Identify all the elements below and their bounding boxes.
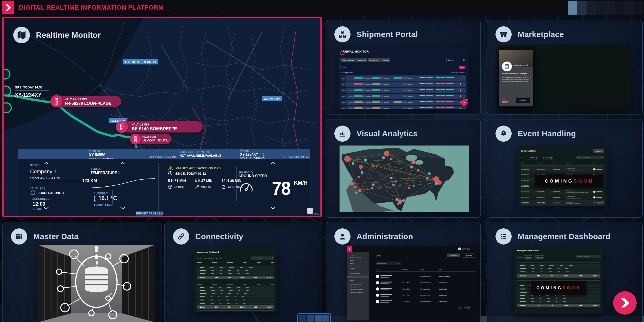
next-page-icon: › bbox=[601, 201, 604, 204]
tile-event-handling[interactable]: Event Handling Event Handling Add Event … bbox=[487, 119, 643, 218]
warning-icon bbox=[460, 95, 462, 97]
scheduled-time: 12:00 bbox=[32, 201, 45, 207]
telematic-status: TELEMATIC ONLINE bbox=[283, 155, 310, 159]
tile-title: Connectivity bbox=[195, 232, 243, 241]
chevron-down-icon[interactable] bbox=[271, 207, 275, 209]
dock[interactable] bbox=[297, 313, 331, 322]
arrow-right-icon: → bbox=[474, 248, 476, 250]
kebab-icon: ⋮ bbox=[469, 301, 474, 303]
date-filter-row: Date from 01.01.2021 to 31.12.2021 bbox=[196, 257, 223, 260]
shipment-row: ⋮ bbox=[340, 81, 466, 87]
sensor-name: TEMPERATURE 1 bbox=[90, 171, 120, 175]
kebab-icon: ⋮ bbox=[469, 294, 474, 297]
shipment-tab: Finished bbox=[380, 58, 390, 62]
admin-row: - Has site access Resend invitation ⋮ bbox=[376, 273, 475, 280]
avatar bbox=[458, 248, 461, 250]
kebab-icon: ⋮ bbox=[463, 83, 465, 85]
task-row: LOAD: LADUNG 1 bbox=[30, 190, 66, 195]
shipment-search: Search bbox=[446, 58, 466, 62]
arrow-logo-icon bbox=[4, 3, 12, 12]
dock-segment bbox=[314, 315, 322, 322]
tile-master-data[interactable]: Master Data bbox=[2, 222, 162, 322]
card-name: Customer Portal bbox=[513, 64, 528, 66]
admin-row: 20.12.2021 Has site access View Details … bbox=[376, 280, 475, 286]
network-map bbox=[340, 145, 469, 212]
temperature-chart bbox=[91, 176, 156, 190]
map-attribution: © Map bbox=[311, 213, 319, 215]
traffic-light-icon bbox=[116, 121, 128, 133]
vehicle-cluster-markers bbox=[4, 69, 11, 113]
tile-marketplace[interactable]: Marketplace Shipment Calculator Predicti… bbox=[487, 20, 643, 114]
prev-page-icon: ‹ bbox=[459, 307, 462, 309]
chevron-down-icon[interactable] bbox=[120, 207, 125, 209]
shipment-tab: Upcoming bbox=[356, 58, 368, 62]
kebab-icon: ⋮ bbox=[605, 191, 607, 193]
gps-stats: 5 H 51 MIN DRIVE 6 H 47 MIN WORK 12 H 38… bbox=[168, 179, 243, 189]
avatar bbox=[376, 288, 379, 291]
card-tagline: Predictive analytics in transport bbox=[502, 73, 528, 75]
temperature-trend-line bbox=[92, 179, 154, 188]
company-search: Search for Companies bbox=[576, 255, 601, 258]
date-filter-row: Date from 01.01.2021 to 31.12.2021 bbox=[521, 156, 553, 159]
task-circle-icon bbox=[30, 190, 35, 195]
info-icon[interactable]: i bbox=[262, 153, 265, 157]
sidebar-item: Products bbox=[350, 268, 369, 269]
admin-sidebar: Personal Profile and VisibilityE-MailSaf… bbox=[347, 252, 369, 321]
gps-time: GPS: TODAY 14:50 bbox=[15, 85, 46, 89]
carrier-avatar bbox=[593, 168, 596, 170]
brand-fab[interactable] bbox=[613, 291, 636, 315]
kebab-icon: ⋮ bbox=[605, 202, 607, 204]
sidebar-item: E-Mail bbox=[350, 260, 369, 261]
kebab-icon: ⋮ bbox=[605, 174, 607, 176]
thermometer-icon bbox=[93, 195, 96, 202]
tile-administration[interactable]: Administration John Doe → Personal Profi… bbox=[326, 222, 481, 322]
arrival-monitor-title: ARRIVAL MONITOR bbox=[340, 50, 369, 53]
shipment-count: 51 Shipments bbox=[340, 71, 353, 74]
checklist-icon bbox=[495, 228, 512, 245]
sidebar-item-active: User bbox=[347, 276, 369, 278]
dock-segment bbox=[322, 315, 329, 322]
halt-marker[interactable]: HALT: 18 MIN BE-5140 SOMBREFFE bbox=[116, 121, 202, 132]
tile-visual-analytics[interactable]: Visual Analytics bbox=[326, 119, 481, 218]
country-label-netherlands: THE NETHERLANDS bbox=[123, 59, 158, 64]
boxes-icon bbox=[334, 25, 351, 43]
ground-speed-label: GROUND SPEED bbox=[238, 174, 267, 178]
sidebar-item: Profile and Visibility bbox=[350, 257, 369, 259]
app-title: Management Dashboard bbox=[196, 251, 219, 253]
tile-shipment-portal[interactable]: Shipment Portal ARRIVAL MONITOR Action r… bbox=[326, 20, 481, 114]
warning-icon bbox=[460, 107, 462, 109]
traffic-light-icon bbox=[50, 95, 62, 107]
admin-rows: - Has site access Resend invitation ⋮ 20… bbox=[376, 273, 475, 305]
header-squares bbox=[568, 1, 643, 14]
chevron-up-icon[interactable] bbox=[271, 162, 275, 164]
event-screenshot: Event Handling Add Event Date from 01.01… bbox=[517, 146, 607, 206]
realtime-info-panel: STOP 1 Company 1 Street 45, 1234 City 12… bbox=[18, 159, 310, 216]
speed-readout: 78 KM/H bbox=[272, 177, 308, 199]
kebab-icon: ⋮ bbox=[469, 282, 474, 284]
realtime-title: Realtime Monitor bbox=[36, 30, 101, 39]
tile-connectivity[interactable]: Connectivity Management Dashboard Date f… bbox=[164, 222, 322, 322]
shipment-tab: Action required bbox=[340, 58, 356, 62]
distance-progress bbox=[30, 180, 80, 182]
calendar-icon bbox=[536, 157, 537, 159]
coming-soon-banner: COMINGSOON bbox=[535, 174, 603, 187]
brand-logo[interactable] bbox=[2, 1, 14, 14]
chevron-down-icon[interactable] bbox=[44, 207, 48, 209]
invite-user-button: Invite user bbox=[448, 254, 460, 257]
steering-wheel-icon bbox=[168, 185, 172, 189]
shipment-row: ⋮ bbox=[340, 94, 466, 99]
admin-screenshot: John Doe → Personal Profile and Visibili… bbox=[347, 246, 479, 321]
tile-realtime-monitor[interactable]: Realtime Monitor GPS: TODAY 14:50 XY-123… bbox=[2, 17, 322, 217]
avatar bbox=[376, 281, 379, 284]
admin-row: 14.12.2021 No site access View Details ⋮ bbox=[376, 292, 475, 299]
hammer-icon bbox=[195, 185, 199, 189]
arrow-logo-icon bbox=[619, 297, 631, 309]
date-filter-row: Date from 01.01.2021 to 31.12.2021 bbox=[517, 255, 544, 259]
report-problem-button[interactable]: REPORT PROBLEM bbox=[136, 211, 163, 216]
add-event-button: Add Event bbox=[593, 149, 604, 153]
kebab-icon: ⋮ bbox=[469, 276, 474, 278]
tile-title: Shipment Portal bbox=[356, 30, 418, 39]
tile-management-dashboard[interactable]: Management Dashboard Management Dashboar… bbox=[487, 222, 643, 322]
chevron-up-icon[interactable] bbox=[120, 162, 125, 164]
kebab-icon: ⋮ bbox=[469, 288, 474, 290]
